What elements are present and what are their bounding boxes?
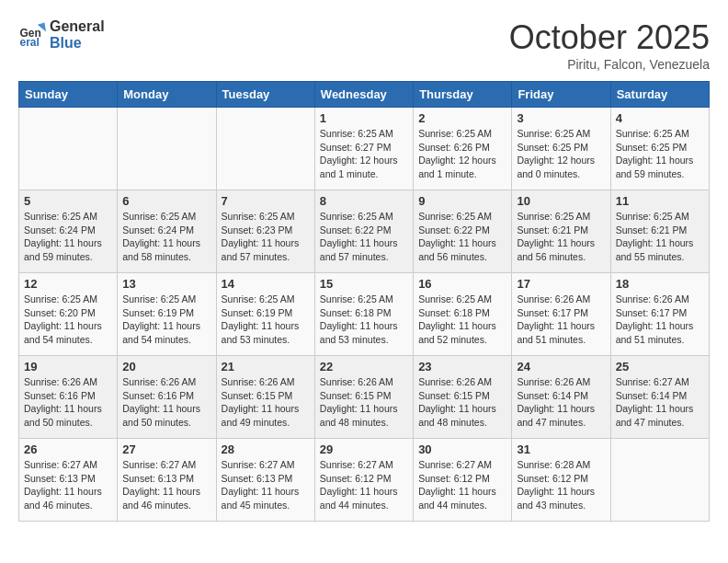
day-number: 8 — [320, 194, 408, 208]
calendar-cell: 5Sunrise: 6:25 AM Sunset: 6:24 PM Daylig… — [19, 190, 118, 273]
weekday-header-thursday: Thursday — [414, 82, 512, 108]
calendar-cell: 6Sunrise: 6:25 AM Sunset: 6:24 PM Daylig… — [118, 190, 216, 273]
logo: Gen eral General Blue — [18, 18, 105, 51]
day-info: Sunrise: 6:25 AM Sunset: 6:23 PM Dayligh… — [222, 210, 310, 264]
day-info: Sunrise: 6:25 AM Sunset: 6:19 PM Dayligh… — [222, 293, 310, 347]
day-number: 22 — [320, 360, 408, 373]
day-number: 26 — [24, 442, 112, 456]
day-number: 27 — [122, 442, 210, 456]
day-info: Sunrise: 6:25 AM Sunset: 6:18 PM Dayligh… — [320, 293, 408, 347]
day-info: Sunrise: 6:26 AM Sunset: 6:17 PM Dayligh… — [616, 293, 704, 347]
calendar-week-row: 26Sunrise: 6:27 AM Sunset: 6:13 PM Dayli… — [19, 439, 710, 522]
calendar-week-row: 1Sunrise: 6:25 AM Sunset: 6:27 PM Daylig… — [19, 108, 710, 190]
day-number: 1 — [320, 111, 408, 125]
day-info: Sunrise: 6:25 AM Sunset: 6:21 PM Dayligh… — [616, 210, 704, 264]
calendar-cell — [610, 439, 709, 522]
day-number: 23 — [418, 360, 506, 373]
calendar-cell: 4Sunrise: 6:25 AM Sunset: 6:25 PM Daylig… — [610, 108, 709, 190]
day-info: Sunrise: 6:25 AM Sunset: 6:24 PM Dayligh… — [24, 210, 112, 264]
day-info: Sunrise: 6:26 AM Sunset: 6:15 PM Dayligh… — [222, 375, 310, 430]
day-info: Sunrise: 6:25 AM Sunset: 6:27 PM Dayligh… — [320, 127, 408, 181]
day-info: Sunrise: 6:25 AM Sunset: 6:18 PM Dayligh… — [418, 293, 506, 347]
calendar-cell: 9Sunrise: 6:25 AM Sunset: 6:22 PM Daylig… — [414, 190, 512, 273]
calendar-cell: 18Sunrise: 6:26 AM Sunset: 6:17 PM Dayli… — [610, 273, 709, 356]
day-info: Sunrise: 6:27 AM Sunset: 6:13 PM Dayligh… — [222, 458, 310, 512]
calendar-cell: 29Sunrise: 6:27 AM Sunset: 6:12 PM Dayli… — [314, 439, 413, 522]
calendar-table: SundayMondayTuesdayWednesdayThursdayFrid… — [18, 81, 710, 522]
day-number: 17 — [517, 277, 605, 291]
title-block: October 2025 Piritu, Falcon, Venezuela — [509, 18, 710, 72]
weekday-header-monday: Monday — [118, 82, 216, 108]
day-info: Sunrise: 6:26 AM Sunset: 6:14 PM Dayligh… — [517, 375, 605, 430]
weekday-header-tuesday: Tuesday — [216, 82, 314, 108]
day-number: 11 — [616, 194, 704, 208]
calendar-cell: 15Sunrise: 6:25 AM Sunset: 6:18 PM Dayli… — [314, 273, 413, 356]
day-info: Sunrise: 6:25 AM Sunset: 6:22 PM Dayligh… — [418, 210, 506, 264]
calendar-cell: 14Sunrise: 6:25 AM Sunset: 6:19 PM Dayli… — [216, 273, 314, 356]
day-info: Sunrise: 6:26 AM Sunset: 6:16 PM Dayligh… — [122, 375, 210, 430]
day-number: 7 — [222, 194, 310, 208]
location: Piritu, Falcon, Venezuela — [509, 57, 710, 72]
calendar-cell: 20Sunrise: 6:26 AM Sunset: 6:16 PM Dayli… — [118, 356, 216, 439]
day-info: Sunrise: 6:25 AM Sunset: 6:20 PM Dayligh… — [24, 293, 112, 347]
day-number: 4 — [616, 111, 704, 125]
day-number: 10 — [517, 194, 605, 208]
calendar-cell: 31Sunrise: 6:28 AM Sunset: 6:12 PM Dayli… — [512, 439, 610, 522]
calendar-cell — [118, 108, 216, 190]
calendar-week-row: 19Sunrise: 6:26 AM Sunset: 6:16 PM Dayli… — [19, 356, 710, 439]
day-number: 12 — [24, 277, 112, 291]
day-number: 6 — [122, 194, 210, 208]
calendar-cell: 22Sunrise: 6:26 AM Sunset: 6:15 PM Dayli… — [314, 356, 413, 439]
calendar-cell — [216, 108, 314, 190]
day-info: Sunrise: 6:26 AM Sunset: 6:17 PM Dayligh… — [517, 293, 605, 347]
day-number: 5 — [24, 194, 112, 208]
calendar-cell: 8Sunrise: 6:25 AM Sunset: 6:22 PM Daylig… — [314, 190, 413, 273]
calendar-cell: 30Sunrise: 6:27 AM Sunset: 6:12 PM Dayli… — [414, 439, 512, 522]
day-info: Sunrise: 6:27 AM Sunset: 6:12 PM Dayligh… — [418, 458, 506, 512]
day-info: Sunrise: 6:28 AM Sunset: 6:12 PM Dayligh… — [517, 458, 605, 512]
day-number: 21 — [222, 360, 310, 373]
calendar-cell: 19Sunrise: 6:26 AM Sunset: 6:16 PM Dayli… — [19, 356, 118, 439]
day-number: 13 — [122, 277, 210, 291]
logo-general-text: General — [50, 18, 105, 35]
calendar-cell: 7Sunrise: 6:25 AM Sunset: 6:23 PM Daylig… — [216, 190, 314, 273]
calendar-cell: 13Sunrise: 6:25 AM Sunset: 6:19 PM Dayli… — [118, 273, 216, 356]
day-info: Sunrise: 6:27 AM Sunset: 6:12 PM Dayligh… — [320, 458, 408, 512]
calendar-cell — [19, 108, 118, 190]
day-info: Sunrise: 6:25 AM Sunset: 6:25 PM Dayligh… — [616, 127, 704, 181]
day-number: 14 — [222, 277, 310, 291]
weekday-header-saturday: Saturday — [610, 82, 709, 108]
day-number: 9 — [418, 194, 506, 208]
calendar-cell: 16Sunrise: 6:25 AM Sunset: 6:18 PM Dayli… — [414, 273, 512, 356]
logo-blue-text: Blue — [50, 35, 105, 52]
day-number: 3 — [517, 111, 605, 125]
day-info: Sunrise: 6:25 AM Sunset: 6:24 PM Dayligh… — [122, 210, 210, 264]
day-number: 19 — [24, 360, 112, 373]
weekday-header-friday: Friday — [512, 82, 610, 108]
day-info: Sunrise: 6:26 AM Sunset: 6:15 PM Dayligh… — [418, 375, 506, 430]
day-number: 30 — [418, 442, 506, 456]
calendar-cell: 21Sunrise: 6:26 AM Sunset: 6:15 PM Dayli… — [216, 356, 314, 439]
day-info: Sunrise: 6:25 AM Sunset: 6:19 PM Dayligh… — [122, 293, 210, 347]
calendar-week-row: 12Sunrise: 6:25 AM Sunset: 6:20 PM Dayli… — [19, 273, 710, 356]
day-number: 16 — [418, 277, 506, 291]
day-info: Sunrise: 6:25 AM Sunset: 6:25 PM Dayligh… — [517, 127, 605, 181]
month-title: October 2025 — [509, 18, 710, 57]
day-info: Sunrise: 6:25 AM Sunset: 6:21 PM Dayligh… — [517, 210, 605, 264]
svg-text:eral: eral — [20, 36, 40, 49]
day-info: Sunrise: 6:26 AM Sunset: 6:15 PM Dayligh… — [320, 375, 408, 430]
calendar-cell: 23Sunrise: 6:26 AM Sunset: 6:15 PM Dayli… — [414, 356, 512, 439]
calendar-cell: 11Sunrise: 6:25 AM Sunset: 6:21 PM Dayli… — [610, 190, 709, 273]
day-number: 25 — [616, 360, 704, 373]
calendar-cell: 25Sunrise: 6:27 AM Sunset: 6:14 PM Dayli… — [610, 356, 709, 439]
calendar-cell: 24Sunrise: 6:26 AM Sunset: 6:14 PM Dayli… — [512, 356, 610, 439]
calendar-week-row: 5Sunrise: 6:25 AM Sunset: 6:24 PM Daylig… — [19, 190, 710, 273]
weekday-header-wednesday: Wednesday — [314, 82, 413, 108]
page-header: Gen eral General Blue October 2025 Pirit… — [18, 18, 710, 72]
logo-icon: Gen eral — [18, 21, 46, 49]
calendar-cell: 17Sunrise: 6:26 AM Sunset: 6:17 PM Dayli… — [512, 273, 610, 356]
day-number: 2 — [418, 111, 506, 125]
day-info: Sunrise: 6:25 AM Sunset: 6:22 PM Dayligh… — [320, 210, 408, 264]
day-number: 29 — [320, 442, 408, 456]
day-number: 15 — [320, 277, 408, 291]
